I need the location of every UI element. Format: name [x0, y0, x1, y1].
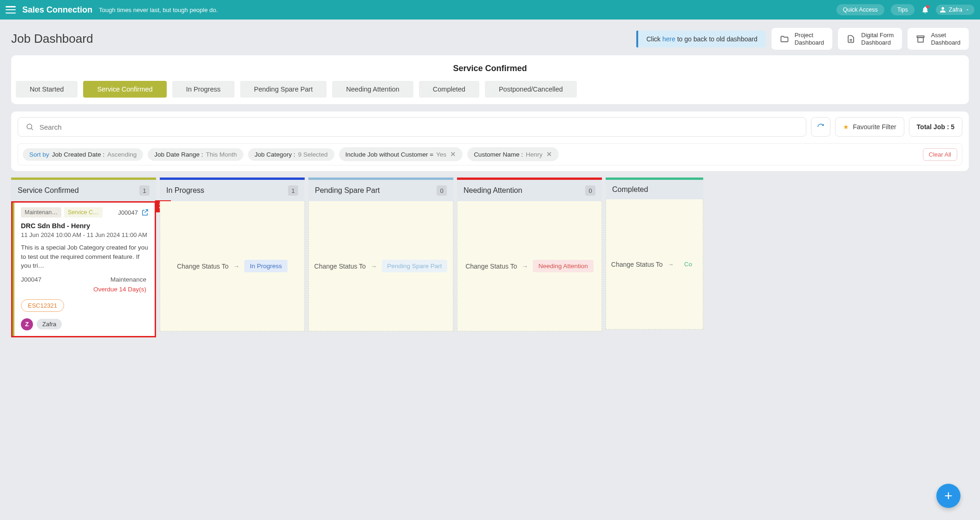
card-id: J00047 — [118, 209, 138, 216]
filter-row: Sort by Job Created Date : Ascending Job… — [18, 143, 962, 165]
tab-needing-attention[interactable]: Needing Attention — [332, 81, 413, 98]
remove-filter-icon[interactable]: ✕ — [546, 150, 552, 158]
column-header: Pending Spare Part 0 — [308, 180, 453, 201]
folder-icon — [780, 34, 789, 44]
digital-form-dashboard-button[interactable]: Digital FormDashboard — [838, 28, 902, 50]
remove-filter-icon[interactable]: ✕ — [450, 150, 456, 158]
status-pill: In Progress — [244, 260, 287, 272]
card-title: DRC Sdn Bhd - Henry — [21, 222, 149, 230]
user-name: Zafra — [949, 7, 962, 13]
card-status-tag: Service C… — [64, 207, 103, 217]
sort-chip[interactable]: Sort by Job Created Date : Ascending — [23, 148, 143, 161]
column-header: Completed — [606, 180, 703, 199]
tab-service-confirmed[interactable]: Service Confirmed — [83, 81, 166, 98]
tab-pending-spare-part[interactable]: Pending Spare Part — [240, 81, 327, 98]
clear-all-button[interactable]: Clear All — [923, 148, 957, 161]
drop-zone[interactable]: Change Status To → Pending Spare Part — [308, 201, 453, 331]
column-needing-attention: Needing Attention 0 Change Status To → N… — [457, 178, 602, 337]
status-tabs: Not Started Service Confirmed In Progres… — [16, 81, 964, 98]
search-icon — [26, 123, 34, 131]
column-header: Needing Attention 0 — [457, 180, 602, 201]
column-header: In Progress 1 — [160, 180, 305, 201]
tab-in-progress[interactable]: In Progress — [172, 81, 235, 98]
column-count: 1 — [288, 185, 298, 196]
quick-access-button[interactable]: Quick Access — [836, 4, 884, 15]
drop-zone[interactable]: Change Status To → Needing Attention — [457, 201, 602, 331]
chevron-down-icon — [965, 7, 970, 12]
tagline: Tough times never last, but tough people… — [99, 7, 218, 13]
svg-point-2 — [27, 124, 32, 129]
asset-dashboard-button[interactable]: AssetDashboard — [908, 28, 969, 50]
topbar: Sales Connection Tough times never last,… — [0, 0, 980, 20]
card-dates: 11 Jun 2024 10:00 AM - 11 Jun 2024 11:00… — [21, 231, 149, 238]
column-header: Service Confirmed 1 — [11, 180, 156, 201]
search-input[interactable] — [39, 123, 798, 131]
tab-not-started[interactable]: Not Started — [16, 81, 78, 98]
job-category-chip[interactable]: Job Category : 9 Selected — [248, 148, 334, 161]
refresh-button[interactable] — [811, 117, 830, 137]
drop-zone[interactable]: Change Status To → Co — [606, 199, 703, 329]
job-card[interactable]: 35 Maintenan… Service C… J00047 DRC Sdn … — [11, 201, 156, 337]
open-external-icon[interactable] — [141, 208, 149, 217]
column-completed: Completed Change Status To → Co — [606, 178, 703, 337]
svg-rect-1 — [918, 37, 924, 42]
page-title: Job Dashboard — [11, 32, 93, 46]
column-service-confirmed: Service Confirmed 1 35 Maintenan… Servic… — [11, 178, 156, 337]
card-reference: ESC12321 — [21, 299, 64, 312]
column-count: 0 — [585, 185, 595, 196]
drop-zone[interactable]: Change Status To → In Progress — [160, 201, 305, 331]
status-panel: Service Confirmed Not Started Service Co… — [11, 55, 969, 104]
date-range-chip[interactable]: Job Date Range : This Month — [148, 148, 243, 161]
status-pill: Pending Spare Part — [382, 260, 448, 272]
card-id-secondary: J00047 — [21, 276, 41, 283]
user-menu[interactable]: Zafra — [936, 5, 974, 15]
refresh-icon — [817, 123, 825, 131]
status-pill: Co — [679, 258, 698, 270]
kanban-board: Service Confirmed 1 35 Maintenan… Servic… — [0, 178, 980, 349]
search-panel: ★ Favourite Filter Total Job : 5 Sort by… — [11, 112, 969, 171]
page-header: Job Dashboard Click here to go back to o… — [0, 20, 980, 55]
column-count: 0 — [437, 185, 447, 196]
arrow-right-icon: → — [522, 263, 528, 270]
column-count: 1 — [139, 185, 150, 196]
column-in-progress: In Progress 1 Change Status To → In Prog… — [160, 178, 305, 337]
notifications-icon[interactable] — [921, 6, 929, 14]
star-icon: ★ — [843, 123, 849, 131]
customer-name-chip[interactable]: Customer Name : Henry ✕ — [467, 147, 559, 161]
card-overdue: Overdue 14 Day(s) — [18, 286, 146, 293]
card-category-tag: Maintenan… — [21, 207, 61, 217]
column-pending-spare-part: Pending Spare Part 0 Change Status To → … — [308, 178, 453, 337]
archive-icon — [916, 34, 925, 44]
total-job-count: Total Job : 5 — [909, 117, 962, 137]
card-assignee: Z Zafra — [21, 318, 149, 330]
brand-name: Sales Connection — [22, 5, 92, 15]
old-dashboard-link[interactable]: here — [662, 35, 675, 43]
tab-completed[interactable]: Completed — [419, 81, 479, 98]
include-no-customer-chip[interactable]: Include Job without Customer = Yes ✕ — [339, 147, 463, 161]
favourite-filter-button[interactable]: ★ Favourite Filter — [835, 117, 904, 137]
status-panel-title: Service Confirmed — [16, 64, 964, 73]
card-category: Maintenance — [111, 276, 146, 283]
tab-postponed-cancelled[interactable]: Postponed/Cancelled — [485, 81, 577, 98]
status-pill: Needing Attention — [533, 260, 594, 272]
project-dashboard-button[interactable]: ProjectDashboard — [771, 28, 833, 50]
tips-button[interactable]: Tips — [891, 4, 915, 15]
arrow-right-icon: → — [371, 263, 377, 270]
arrow-right-icon: → — [233, 263, 240, 270]
old-dashboard-notice: Click here to go back to old dashboard — [636, 31, 766, 47]
assignee-name: Zafra — [37, 319, 62, 329]
card-description: This is a special Job Category created f… — [21, 243, 149, 270]
arrow-right-icon: → — [667, 261, 674, 268]
avatar: Z — [21, 318, 33, 330]
hamburger-menu[interactable] — [6, 6, 16, 13]
file-icon — [846, 34, 856, 44]
search-box[interactable] — [18, 117, 806, 137]
